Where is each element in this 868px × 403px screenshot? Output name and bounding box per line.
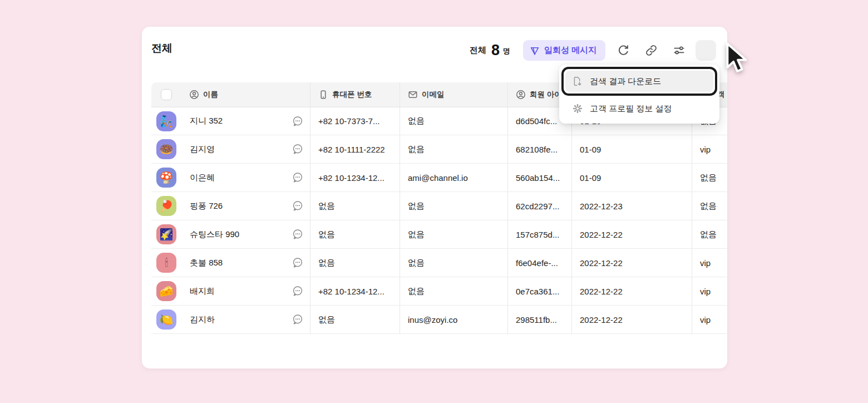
header-phone: 휴대폰 번호 <box>310 82 400 107</box>
menu-item-profile-settings[interactable]: 고객 프로필 정보 설정 <box>559 96 719 121</box>
member-id-cell: 0e7ca361... <box>507 277 571 305</box>
customer-tag-cell: 없음 <box>692 192 727 220</box>
mail-icon <box>408 90 418 100</box>
avatar: 🕯 <box>156 253 176 273</box>
member-id-cell: 62cd2297... <box>507 192 571 220</box>
customer-tag-cell: vip <box>692 277 727 305</box>
email-cell: 없음 <box>400 277 507 305</box>
name-cell: 🍄 이은혜 <box>151 164 310 191</box>
highlight-ring: 검색 결과 다운로드 <box>561 67 717 96</box>
name-cell: 🧀 배지희 <box>151 277 310 305</box>
chat-bubble-icon[interactable] <box>292 115 304 127</box>
customer-name: 촛불 858 <box>190 258 223 268</box>
member-id-cell: 157c875d... <box>507 220 571 248</box>
table-row[interactable]: 🕯 촛불 858 없음 없음 f6e04efe-... 2022-12-22 v… <box>151 249 727 277</box>
name-cell: 🧞 지니 352 <box>151 107 310 135</box>
name-cell: 🍩 김지영 <box>151 135 310 163</box>
table-row[interactable]: 🍩 김지영 +82 10-1111-2222 없음 682108fe... 01… <box>151 135 727 164</box>
name-cell: 🏓 핑퐁 726 <box>151 192 310 220</box>
avatar: 🍩 <box>156 139 176 159</box>
date-cell: 2022-12-23 <box>571 192 692 220</box>
member-id-cell: 682108fe... <box>507 135 571 163</box>
email-cell: ami@channel.io <box>400 164 507 191</box>
phone-cell: 없음 <box>310 249 400 277</box>
avatar: 🍄 <box>156 168 176 188</box>
person-icon <box>189 90 199 100</box>
date-cell: 2022-12-22 <box>571 220 692 248</box>
avatar: 🍋 <box>156 309 176 330</box>
avatar: 🌠 <box>156 224 176 244</box>
member-id-cell: f6e04efe-... <box>507 249 571 277</box>
phone-icon <box>318 90 328 100</box>
chat-bubble-icon[interactable] <box>292 228 304 240</box>
phone-cell: 없음 <box>310 192 400 220</box>
phone-cell: 없음 <box>310 220 400 248</box>
more-options-dropdown: 검색 결과 다운로드 고객 프로필 정보 설정 <box>559 65 719 124</box>
customer-tag-cell: vip <box>692 135 727 163</box>
date-cell: 2022-12-22 <box>571 277 692 305</box>
copy-link-button[interactable] <box>641 40 662 61</box>
customer-name: 김지영 <box>190 144 215 155</box>
view-settings-button[interactable] <box>669 40 689 61</box>
header-email: 이메일 <box>400 82 507 107</box>
customer-name: 배지희 <box>190 286 215 297</box>
email-cell: 없음 <box>400 192 507 220</box>
customer-name: 지니 352 <box>190 116 223 126</box>
chat-bubble-icon[interactable] <box>292 257 304 269</box>
refresh-icon <box>617 44 630 57</box>
chat-bubble-icon[interactable] <box>292 285 304 297</box>
chat-bubble-icon[interactable] <box>292 200 304 212</box>
date-cell: 2022-12-22 <box>571 306 692 333</box>
customer-name: 핑퐁 726 <box>190 201 223 212</box>
one-time-message-button[interactable]: 일회성 메시지 <box>523 40 605 61</box>
phone-cell: +82 10-1111-2222 <box>310 135 400 163</box>
name-cell: 🕯 촛불 858 <box>151 249 310 277</box>
customer-name: 김지하 <box>190 314 215 325</box>
table-row[interactable]: 🍄 이은혜 +82 10-1234-12... ami@channel.io 5… <box>151 164 727 192</box>
chat-bubble-icon[interactable] <box>292 313 304 326</box>
avatar: 🏓 <box>156 196 176 216</box>
table-row[interactable]: 🌠 슈팅스타 990 없음 없음 157c875d... 2022-12-22 … <box>151 220 727 249</box>
menu-item-download-results[interactable]: 검색 결과 다운로드 <box>565 71 713 92</box>
total-count: 전체 8 명 <box>470 39 510 61</box>
table-row[interactable]: 🏓 핑퐁 726 없음 없음 62cd2297... 2022-12-23 없음 <box>151 192 727 220</box>
customer-name: 이은혜 <box>190 173 215 183</box>
total-count-value: 8 <box>491 42 499 59</box>
customer-tag-cell: vip <box>692 306 727 333</box>
phone-cell: +82 10-1234-12... <box>310 164 400 191</box>
gear-icon <box>572 103 583 114</box>
send-icon <box>530 46 540 56</box>
more-options-button[interactable] <box>696 40 716 61</box>
mouse-cursor <box>724 42 750 77</box>
date-cell: 01-09 <box>571 164 692 191</box>
table-row[interactable]: 🧀 배지희 +82 10-1234-12... 없음 0e7ca361... 2… <box>151 277 727 306</box>
avatar: 🧞 <box>156 111 176 131</box>
link-icon <box>645 44 658 57</box>
email-cell: 없음 <box>400 135 507 163</box>
person-icon <box>516 90 526 100</box>
name-cell: 🌠 슈팅스타 990 <box>151 220 310 248</box>
customer-name: 슈팅스타 990 <box>190 229 239 240</box>
phone-cell: 없음 <box>310 306 400 333</box>
customer-tag-cell: 없음 <box>692 220 727 248</box>
select-all-checkbox[interactable] <box>161 89 172 100</box>
date-cell: 2022-12-22 <box>571 249 692 277</box>
phone-cell: +82 10-1234-12... <box>310 277 400 305</box>
avatar: 🧀 <box>156 281 176 301</box>
download-document-icon <box>572 76 583 87</box>
sliders-icon <box>673 44 685 57</box>
app-background: 전체 전체 8 명 일회성 메시지 <box>0 0 868 403</box>
total-count-unit: 명 <box>503 46 510 56</box>
customer-tag-cell: vip <box>692 249 727 277</box>
chat-bubble-icon[interactable] <box>292 171 304 184</box>
email-cell: inus@zoyi.co <box>400 306 507 333</box>
table-row[interactable]: 🍋 김지하 없음 inus@zoyi.co 298511fb... 2022-1… <box>151 306 727 334</box>
member-id-cell: 560ab154... <box>507 164 571 191</box>
phone-cell: +82 10-7373-7... <box>310 107 400 135</box>
email-cell: 없음 <box>400 220 507 248</box>
chat-bubble-icon[interactable] <box>292 143 304 155</box>
header-name: 이름 <box>151 82 310 107</box>
customer-tag-cell: 없음 <box>692 164 727 191</box>
name-cell: 🍋 김지하 <box>151 306 310 333</box>
refresh-button[interactable] <box>613 40 634 61</box>
